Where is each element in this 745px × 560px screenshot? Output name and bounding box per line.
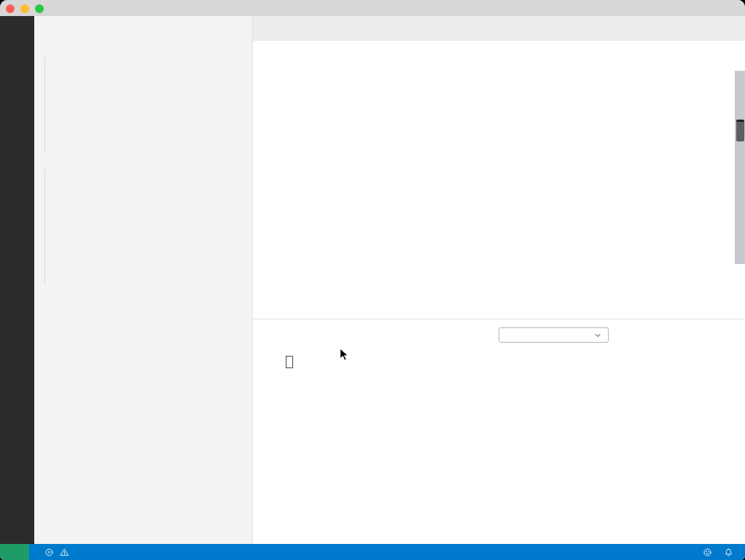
explorer-sidebar [34, 16, 253, 544]
traffic-lights [6, 4, 44, 13]
zoom-window-button[interactable] [35, 4, 44, 13]
terminal-prompt[interactable] [268, 356, 293, 368]
titlebar [0, 0, 745, 17]
code-editor[interactable] [253, 57, 745, 319]
breadcrumb [253, 41, 745, 57]
activity-bar [0, 16, 34, 544]
vscode-window [0, 0, 745, 560]
indent-guide [44, 58, 45, 154]
remote-indicator[interactable] [0, 544, 29, 560]
minimize-window-button[interactable] [20, 4, 29, 13]
terminal-cursor [286, 356, 293, 368]
editor-region [253, 16, 745, 544]
chevron-down-icon [593, 331, 602, 340]
feedback-smiley-icon[interactable] [697, 548, 718, 557]
terminal-panel [253, 319, 745, 544]
problems-status[interactable] [39, 548, 77, 557]
minimap[interactable] [682, 58, 734, 88]
error-circle-icon [44, 548, 54, 557]
status-bar [0, 544, 745, 560]
scrollbar-thumb[interactable] [736, 120, 744, 141]
editor-scrollbar[interactable] [735, 71, 745, 264]
close-window-button[interactable] [6, 4, 15, 13]
indent-guide [44, 170, 45, 284]
explorer-header [34, 16, 252, 42]
warning-triangle-icon [60, 548, 69, 557]
terminal-select[interactable] [499, 327, 609, 343]
tab-bar [253, 16, 745, 41]
notifications-bell-icon[interactable] [718, 548, 739, 557]
